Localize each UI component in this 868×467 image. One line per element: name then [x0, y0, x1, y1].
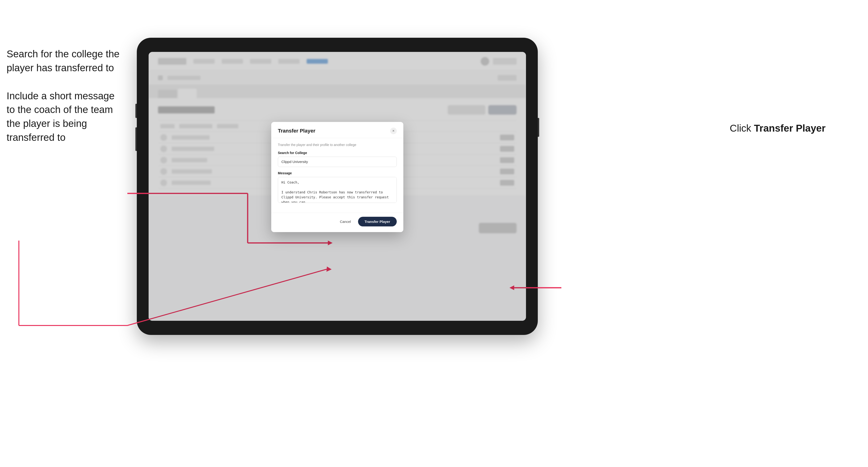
tablet-screen: Transfer Player × Transfer the player an… — [149, 52, 526, 321]
annotation-message-line3: the player is being — [7, 118, 87, 129]
modal-body: Transfer the player and their profile to… — [271, 138, 403, 213]
annotation-search-line1: Search for the college the — [7, 49, 120, 59]
annotation-message-line4: transferred to — [7, 132, 66, 143]
annotation-search-line2: player has transferred to — [7, 62, 114, 73]
modal-overlay: Transfer Player × Transfer the player an… — [149, 52, 526, 321]
annotation-left: Search for the college the player has tr… — [7, 47, 129, 159]
tablet-side-button2 — [135, 127, 137, 151]
annotation-message-line1: Include a short message — [7, 90, 115, 101]
college-search-group: Search for College — [278, 151, 397, 167]
annotation-right: Click Transfer Player — [730, 123, 826, 134]
search-college-label: Search for College — [278, 151, 397, 155]
modal-close-button[interactable]: × — [390, 128, 397, 134]
modal-subtitle: Transfer the player and their profile to… — [278, 143, 397, 147]
close-icon: × — [392, 129, 394, 133]
annotation-click-prefix: Click — [730, 123, 754, 134]
modal-footer: Cancel Transfer Player — [271, 213, 403, 232]
tablet-frame: Transfer Player × Transfer the player an… — [137, 38, 538, 335]
message-group: Message — [278, 171, 397, 204]
tablet-side-button — [135, 104, 137, 118]
modal-header: Transfer Player × — [271, 122, 403, 138]
transfer-player-button[interactable]: Transfer Player — [358, 217, 397, 226]
annotation-transfer-player-label: Transfer Player — [754, 123, 826, 134]
search-college-input[interactable] — [278, 157, 397, 167]
message-textarea[interactable] — [278, 177, 397, 203]
transfer-player-modal: Transfer Player × Transfer the player an… — [271, 122, 403, 232]
cancel-button[interactable]: Cancel — [336, 217, 355, 226]
tablet-power-button — [538, 118, 539, 137]
modal-title: Transfer Player — [278, 128, 315, 134]
annotation-message-line2: to the coach of the team — [7, 104, 113, 115]
message-label: Message — [278, 171, 397, 175]
